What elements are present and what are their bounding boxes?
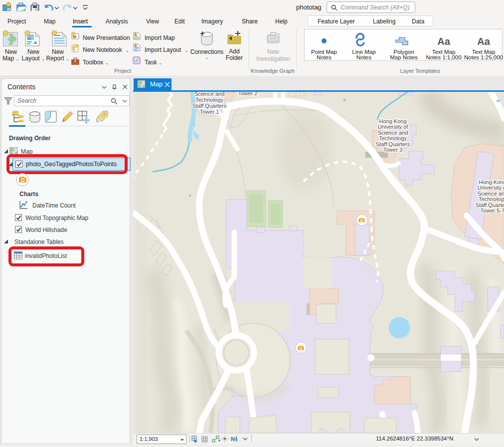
svg-text:University of: University of (478, 185, 504, 191)
svg-text:Tower 2: Tower 2 (238, 92, 258, 96)
svg-text:Technology: Technology (479, 196, 504, 202)
svg-text:Tower 3: Tower 3 (383, 147, 403, 153)
svg-text:Tower 5-7: Tower 5-7 (481, 208, 504, 214)
svg-text:Tower 1: Tower 1 (200, 109, 219, 115)
svg-text:Technology: Technology (195, 97, 223, 103)
svg-text:Technology: Technology (379, 135, 407, 141)
svg-text:Aa: Aa (437, 36, 450, 47)
svg-text:Staff Quarters: Staff Quarters (192, 103, 227, 109)
svg-text:Aa: Aa (477, 36, 490, 47)
svg-text:N: N (231, 436, 235, 442)
svg-text:Science and: Science and (194, 92, 225, 97)
svg-text:University of: University of (378, 124, 408, 130)
